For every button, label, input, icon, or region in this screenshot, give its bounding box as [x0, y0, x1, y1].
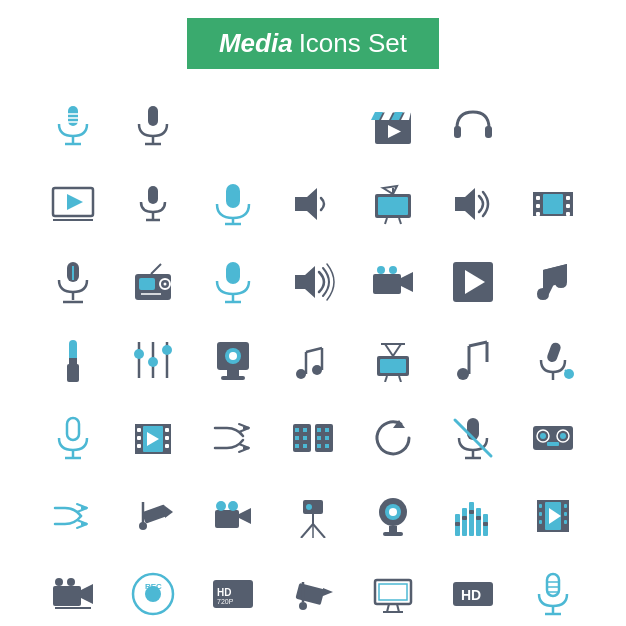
svg-marker-59 — [295, 266, 315, 298]
svg-rect-51 — [139, 278, 155, 290]
svg-rect-43 — [566, 204, 570, 208]
svg-rect-0 — [68, 106, 78, 126]
svg-point-185 — [55, 578, 63, 586]
svg-line-32 — [399, 218, 401, 224]
video-camera-icon — [353, 243, 433, 321]
svg-rect-106 — [137, 428, 141, 432]
svg-rect-30 — [378, 197, 408, 215]
shuffle-small-icon — [33, 477, 113, 555]
svg-rect-120 — [295, 444, 299, 448]
svg-marker-33 — [383, 186, 397, 194]
equalizer-bars-icon — [433, 477, 513, 555]
svg-rect-60 — [373, 274, 401, 294]
svg-point-53 — [164, 283, 167, 286]
mic-vintage-blue-icon — [33, 87, 113, 165]
refresh-icon — [353, 399, 433, 477]
svg-rect-42 — [566, 196, 570, 200]
mic-tilt-icon — [513, 321, 593, 399]
svg-marker-28 — [295, 188, 317, 220]
svg-rect-179 — [564, 512, 567, 516]
svg-point-92 — [457, 368, 469, 380]
svg-rect-165 — [476, 508, 481, 536]
svg-point-80 — [296, 369, 306, 379]
svg-rect-17 — [454, 126, 461, 138]
cassette-icon — [513, 399, 593, 477]
mic-small-icon — [113, 165, 193, 243]
svg-line-87 — [385, 376, 387, 382]
header: Media Icons Set — [0, 0, 626, 79]
svg-rect-127 — [325, 428, 329, 432]
svg-point-63 — [389, 266, 397, 274]
play-dark-icon — [433, 243, 513, 321]
empty-r1c4 — [273, 87, 353, 165]
mic-mute-icon — [433, 399, 513, 477]
svg-text:HD: HD — [461, 587, 481, 603]
svg-rect-170 — [476, 516, 481, 520]
monitor-icon — [353, 555, 433, 626]
svg-rect-129 — [325, 444, 329, 448]
svg-point-74 — [162, 345, 172, 355]
svg-rect-22 — [148, 186, 158, 204]
security-camera-icon — [273, 555, 353, 626]
film-double-icon — [273, 399, 353, 477]
hd-720p-badge-icon: HD 720P — [193, 555, 273, 626]
svg-line-90 — [393, 344, 401, 356]
svg-rect-41 — [536, 212, 540, 216]
page: Media Icons Set — [0, 0, 626, 626]
svg-rect-68 — [67, 364, 79, 382]
svg-line-154 — [313, 524, 325, 538]
mic-stand-icon — [33, 243, 113, 321]
svg-rect-86 — [380, 359, 406, 373]
svg-line-153 — [301, 524, 313, 538]
svg-rect-178 — [564, 504, 567, 508]
svg-rect-123 — [303, 444, 307, 448]
hd-badge-icon: HD — [433, 555, 513, 626]
svg-rect-110 — [165, 436, 169, 440]
video-cam-people-icon — [193, 477, 273, 555]
svg-rect-25 — [226, 184, 240, 208]
svg-rect-118 — [295, 428, 299, 432]
svg-point-196 — [299, 602, 307, 610]
svg-point-139 — [560, 433, 566, 439]
film-strip-small-icon — [513, 477, 593, 555]
video-camera-dark-icon — [33, 555, 113, 626]
film-reel-icon — [113, 399, 193, 477]
video-player-icon — [33, 165, 113, 243]
svg-rect-100 — [67, 418, 79, 440]
music-notes-double-icon — [273, 321, 353, 399]
svg-rect-160 — [389, 526, 397, 532]
svg-rect-96 — [546, 341, 562, 363]
music-note-icon — [513, 243, 593, 321]
svg-rect-161 — [383, 532, 403, 536]
svg-rect-39 — [536, 196, 540, 200]
svg-rect-109 — [165, 428, 169, 432]
svg-point-72 — [134, 349, 144, 359]
speaker-high-icon — [433, 165, 513, 243]
svg-point-81 — [312, 365, 322, 375]
svg-rect-121 — [303, 428, 307, 432]
svg-rect-124 — [317, 428, 321, 432]
svg-line-31 — [385, 218, 387, 224]
svg-point-149 — [216, 501, 226, 511]
svg-point-146 — [139, 522, 147, 530]
svg-marker-195 — [323, 588, 333, 596]
svg-marker-148 — [239, 508, 251, 524]
speaker-low-icon — [273, 165, 353, 243]
title-bold: Media — [219, 28, 293, 59]
svg-rect-167 — [455, 522, 460, 526]
radio-icon — [113, 243, 193, 321]
svg-marker-145 — [165, 506, 173, 518]
svg-point-186 — [67, 578, 75, 586]
svg-marker-61 — [401, 272, 413, 292]
svg-point-156 — [306, 504, 312, 510]
svg-rect-119 — [295, 436, 299, 440]
music-note-single-icon — [433, 321, 513, 399]
svg-rect-164 — [469, 502, 474, 536]
mic-outline-blue-bottom-icon — [513, 555, 593, 626]
headphones-icon — [433, 87, 513, 165]
svg-rect-183 — [53, 586, 81, 606]
mic-large-blue-icon — [193, 165, 273, 243]
svg-rect-140 — [547, 442, 559, 446]
svg-line-88 — [399, 376, 401, 382]
svg-rect-18 — [485, 126, 492, 138]
